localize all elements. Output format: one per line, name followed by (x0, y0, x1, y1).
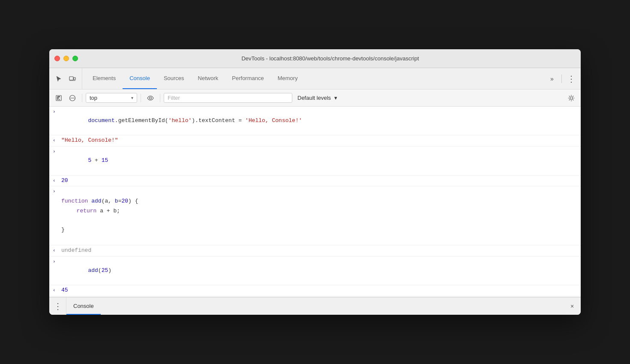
console-content-1: document.getElementById('hello').textCon… (61, 107, 577, 134)
more-tabs-button[interactable]: » (546, 73, 558, 85)
more-options-button[interactable]: ⋮ (565, 73, 577, 85)
console-content-4: 20 (61, 176, 577, 185)
clear-console-button[interactable] (66, 92, 78, 104)
execute-button[interactable] (53, 92, 65, 104)
tabs: Elements Console Sources Network Perform… (86, 68, 546, 89)
close-icon: × (570, 303, 574, 310)
cursor-icon[interactable] (53, 73, 65, 85)
console-entry-7: › add(25) (49, 257, 581, 285)
console-content-8: 45 (61, 286, 577, 295)
minimize-button[interactable] (63, 56, 69, 61)
output-arrow-8: ‹ (53, 287, 58, 295)
title-bar: DevTools - localhost:8080/web/tools/chro… (49, 49, 581, 68)
dots-icon: ⋮ (54, 301, 62, 311)
svg-point-7 (570, 97, 573, 99)
console-entry-8: ‹ 45 (49, 285, 581, 296)
console-content-3: 5 + 15 (61, 147, 577, 174)
bottom-bar-menu-button[interactable]: ⋮ (49, 298, 66, 315)
chevron-down-icon: ▾ (131, 95, 133, 100)
traffic-lights (54, 56, 78, 61)
console-settings-button[interactable] (565, 92, 577, 104)
tab-performance[interactable]: Performance (225, 68, 270, 89)
chevron-right-icon: » (550, 75, 554, 82)
output-arrow-4: ‹ (53, 177, 58, 185)
more-icon: ⋮ (567, 74, 576, 84)
toolbar-divider-3 (160, 94, 160, 102)
toolbar-divider (82, 94, 82, 102)
input-arrow-5: › (53, 188, 58, 196)
console-content-7: add(25) (61, 257, 577, 284)
svg-point-6 (150, 97, 152, 99)
divider (561, 75, 562, 83)
input-arrow-7: › (53, 258, 58, 266)
svg-rect-0 (69, 77, 73, 80)
svg-rect-1 (74, 78, 75, 80)
console-output[interactable]: › document.getElementById('hello').textC… (49, 107, 581, 297)
toolbar-divider-2 (141, 94, 141, 102)
tab-elements[interactable]: Elements (86, 68, 123, 89)
bottom-close-button[interactable]: × (564, 298, 581, 315)
bottom-tab-label: Console (73, 303, 94, 309)
input-arrow-3: › (53, 148, 58, 156)
tab-console[interactable]: Console (123, 68, 157, 89)
bottom-bar: ⋮ Console × (49, 297, 581, 315)
console-content-5: function add(a, b=20) { return a + b; } (61, 187, 577, 244)
close-button[interactable] (54, 56, 60, 61)
console-entry-3: › 5 + 15 (49, 146, 581, 175)
tab-bar-end: » ⋮ (546, 68, 577, 89)
device-icon[interactable] (66, 73, 78, 85)
live-expressions-button[interactable] (144, 92, 156, 104)
bottom-console-tab[interactable]: Console (66, 298, 101, 315)
input-arrow-1: › (53, 108, 58, 116)
maximize-button[interactable] (72, 56, 78, 61)
console-entry-1: › document.getElementById('hello').textC… (49, 107, 581, 135)
output-arrow-6: ‹ (53, 247, 58, 255)
output-arrow-2: ‹ (53, 137, 58, 145)
context-selector[interactable]: top ▾ (86, 93, 137, 103)
console-entry-6: ‹ undefined (49, 245, 581, 257)
window-title: DevTools - localhost:8080/web/tools/chro… (85, 55, 576, 62)
tab-memory[interactable]: Memory (271, 68, 305, 89)
devtools-window: DevTools - localhost:8080/web/tools/chro… (49, 49, 581, 315)
context-value: top (90, 95, 97, 101)
console-content-2: "Hello, Console!" (61, 136, 577, 145)
default-levels-button[interactable]: Default levels ▾ (294, 93, 341, 102)
tab-bar-icons (53, 68, 82, 89)
filter-input[interactable] (164, 93, 292, 103)
toolbar: top ▾ Default levels ▾ (49, 90, 581, 107)
tab-network[interactable]: Network (191, 68, 225, 89)
tab-sources[interactable]: Sources (157, 68, 191, 89)
levels-arrow-icon: ▾ (334, 95, 337, 101)
console-entry-2: ‹ "Hello, Console!" (49, 135, 581, 146)
levels-label: Default levels (297, 95, 331, 101)
console-content-6: undefined (61, 246, 577, 255)
tab-bar: Elements Console Sources Network Perform… (49, 68, 581, 90)
console-entry-4: ‹ 20 (49, 176, 581, 187)
console-entry-5: › function add(a, b=20) { return a + b; … (49, 186, 581, 245)
